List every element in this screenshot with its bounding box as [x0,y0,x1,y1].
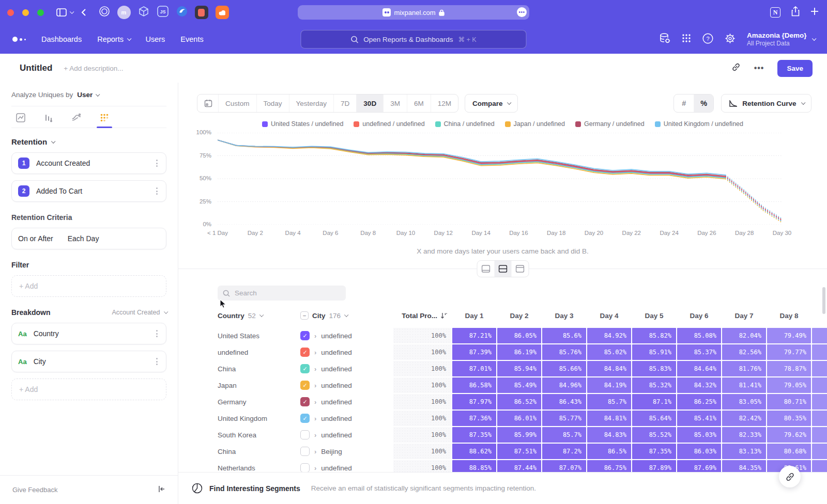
retention-cell-day7[interactable]: 81.76% [722,361,766,376]
tab-flows[interactable] [70,113,83,128]
retention-cell-day4[interactable]: 84.92% [587,328,631,343]
view-mode-table-button[interactable] [511,261,528,277]
row-checkbox[interactable]: ✓ [300,397,310,406]
compare-button[interactable]: Compare [465,94,518,113]
retention-cell-day5[interactable]: 87.1% [632,394,676,410]
expand-row-icon[interactable]: › [314,415,316,422]
retention-cell-day7[interactable]: 81.41% [722,377,766,393]
retention-cell-day3[interactable]: 85.76% [542,344,586,360]
kebab-menu-icon[interactable] [154,158,160,169]
criteria-interval[interactable]: Each Day [68,234,99,243]
legend-item[interactable]: Japan / undefined [505,120,565,128]
retention-cell-day6[interactable]: 84.32% [677,377,721,393]
project-switcher[interactable]: Amazonia {Demo} All Project Data [747,32,815,48]
retention-cell-day5[interactable]: 85.91% [632,344,676,360]
retention-cell-day6[interactable]: 84.64% [677,361,721,376]
retention-cell-day2[interactable]: 85.49% [497,377,541,393]
retention-cell-day8[interactable]: 79.49% [767,328,811,343]
legend-item[interactable]: United States / undefined [262,120,343,128]
more-options-button[interactable]: ••• [754,64,764,73]
nav-item-reports[interactable]: Reports [97,35,130,43]
day-column-header-5[interactable]: Day 5 [632,312,676,320]
retention-cell-day4[interactable]: 84.84% [587,361,631,376]
nav-item-users[interactable]: Users [145,35,165,43]
retention-cell-day4[interactable]: 84.19% [587,377,631,393]
retention-cell-day6[interactable]: 85.03% [677,427,721,443]
share-icon[interactable] [791,6,800,19]
row-checkbox[interactable] [300,463,310,472]
kebab-menu-icon[interactable] [154,185,160,197]
target-extension-icon[interactable] [99,6,110,19]
address-bar[interactable]: mixpanel.com ••• [298,5,529,20]
retention-cell-day8[interactable]: 79.05% [767,377,811,393]
row-checkbox[interactable] [300,447,310,456]
retention-cell-day2[interactable]: 85.94% [497,361,541,376]
tab-retention[interactable] [98,113,111,128]
retention-cell-day7[interactable]: 82.33% [722,427,766,443]
global-search-input[interactable]: Open Reports & Dashboards ⌘ + K [301,30,527,49]
retention-cell-day2[interactable]: 85.99% [497,427,541,443]
sidebar-toggle-icon[interactable] [56,8,73,17]
segments-footer-title[interactable]: Find Interesting Segments [209,484,300,493]
expand-row-icon[interactable]: › [314,464,316,472]
tab-funnels[interactable] [42,113,55,128]
expand-row-icon[interactable]: › [314,398,316,406]
retention-cell-day1[interactable]: 87.36% [452,411,496,426]
retention-cell-day7[interactable]: 83.05% [722,394,766,410]
retention-cell-day5[interactable]: 85.82% [632,328,676,343]
range-12m[interactable]: 12M [431,94,458,112]
day-column-header-6[interactable]: Day 6 [677,312,721,320]
kebab-menu-icon[interactable] [154,356,160,367]
range-7d[interactable]: 7D [333,94,356,112]
retention-cell-day6[interactable]: 85.37% [677,344,721,360]
report-title[interactable]: Untitled [20,63,52,73]
retention-cell-day2[interactable]: 86.01% [497,411,541,426]
retention-step-2[interactable]: 2 Added To Cart [11,180,166,202]
retention-cell-day8[interactable]: 80.71% [767,394,811,410]
retention-cell-day1[interactable]: 88.62% [452,444,496,459]
save-button[interactable]: Save [777,60,813,77]
copy-link-icon[interactable] [731,62,741,74]
notion-icon[interactable]: N [770,7,780,18]
retention-cell-day8[interactable]: 79.62% [767,427,811,443]
retention-cell-day8[interactable]: 78.87% [767,361,811,376]
retention-cell-day4[interactable]: 84.83% [587,427,631,443]
breakdown-city[interactable]: Aa City [11,351,166,372]
retention-cell-day7[interactable]: 82.04% [722,328,766,343]
retention-cell-day3[interactable]: 86.43% [542,394,586,410]
window-close-button[interactable] [7,9,14,16]
retention-section-label[interactable]: Retention [11,137,166,146]
breakdown-country[interactable]: Aa Country [11,323,166,344]
day-column-header-1[interactable]: Day 1 [452,312,496,320]
cube-extension-icon[interactable] [138,6,149,19]
range-30d[interactable]: 30D [356,94,383,112]
retention-cell-day1[interactable]: 87.21% [452,328,496,343]
retention-cell-day2[interactable]: 86.19% [497,344,541,360]
kebab-menu-icon[interactable] [154,328,160,339]
range-yesterday[interactable]: Yesterday [289,94,334,112]
tab-insights[interactable] [14,113,27,128]
browser-extension-icon[interactable] [176,6,188,19]
expand-row-icon[interactable]: › [314,382,316,389]
nav-item-dashboards[interactable]: Dashboards [41,35,82,43]
unit-number-button[interactable]: # [674,94,694,112]
expand-row-icon[interactable]: › [314,431,316,439]
retention-cell-day5[interactable]: 85.52% [632,427,676,443]
retention-cell-day5[interactable]: 85.64% [632,411,676,426]
row-checkbox[interactable]: ✓ [300,348,310,357]
retention-cell-day3[interactable]: 85.6% [542,328,586,343]
day-column-header-2[interactable]: Day 2 [497,312,541,320]
report-description-placeholder[interactable]: + Add description... [64,65,123,72]
retention-criteria-card[interactable]: On or After Each Day [11,228,166,249]
day-column-header-7[interactable]: Day 7 [722,312,766,320]
apps-grid-icon[interactable] [682,34,691,45]
range-3m[interactable]: 3M [383,94,407,112]
expand-row-icon[interactable]: › [314,349,316,356]
producthunt-extension-icon[interactable] [195,6,208,19]
address-bar-more-button[interactable]: ••• [517,7,527,17]
day-column-header-8[interactable]: Day 8 [767,312,811,320]
range-6m[interactable]: 6M [407,94,431,112]
retention-cell-day6[interactable]: 85.08% [677,328,721,343]
retention-cell-day6[interactable]: 86.25% [677,394,721,410]
mixpanel-logo[interactable] [12,37,26,42]
